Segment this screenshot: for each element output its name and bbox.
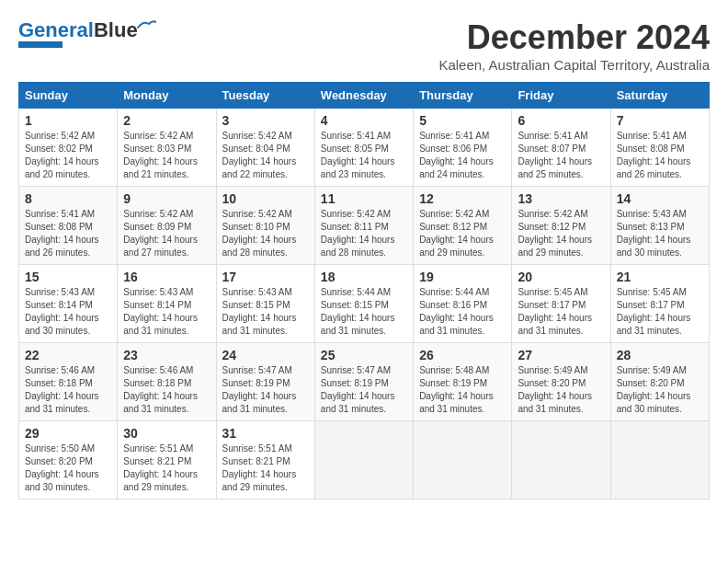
empty-cell — [414, 421, 512, 500]
week-row-2: 8 Sunrise: 5:41 AM Sunset: 8:08 PM Dayli… — [19, 187, 710, 265]
day-cell-30: 30 Sunrise: 5:51 AM Sunset: 8:21 PM Dayl… — [118, 421, 216, 500]
day-number: 31 — [222, 426, 309, 441]
day-number: 4 — [321, 113, 407, 128]
day-cell-26: 26 Sunrise: 5:48 AM Sunset: 8:19 PM Dayl… — [414, 343, 512, 421]
day-info: Sunrise: 5:48 AM Sunset: 8:19 PM Dayligh… — [419, 364, 506, 416]
day-number: 8 — [25, 191, 111, 206]
day-cell-1: 1 Sunrise: 5:42 AM Sunset: 8:02 PM Dayli… — [19, 109, 118, 187]
day-cell-12: 12 Sunrise: 5:42 AM Sunset: 8:12 PM Dayl… — [414, 187, 512, 265]
logo-bird-icon — [136, 18, 156, 37]
header-saturday: Saturday — [610, 83, 709, 109]
day-number: 5 — [419, 113, 506, 128]
day-cell-20: 20 Sunrise: 5:45 AM Sunset: 8:17 PM Dayl… — [512, 265, 610, 343]
day-cell-3: 3 Sunrise: 5:42 AM Sunset: 8:04 PM Dayli… — [216, 109, 314, 187]
day-info: Sunrise: 5:44 AM Sunset: 8:15 PM Dayligh… — [321, 286, 407, 338]
day-cell-22: 22 Sunrise: 5:46 AM Sunset: 8:18 PM Dayl… — [19, 343, 118, 421]
day-cell-15: 15 Sunrise: 5:43 AM Sunset: 8:14 PM Dayl… — [19, 265, 118, 343]
day-number: 12 — [419, 191, 506, 206]
header-sunday: Sunday — [19, 83, 118, 109]
day-info: Sunrise: 5:44 AM Sunset: 8:16 PM Dayligh… — [419, 286, 506, 338]
day-cell-19: 19 Sunrise: 5:44 AM Sunset: 8:16 PM Dayl… — [414, 265, 512, 343]
day-info: Sunrise: 5:42 AM Sunset: 8:03 PM Dayligh… — [123, 130, 210, 181]
day-info: Sunrise: 5:51 AM Sunset: 8:21 PM Dayligh… — [222, 442, 309, 494]
day-number: 25 — [321, 348, 407, 362]
day-info: Sunrise: 5:47 AM Sunset: 8:19 PM Dayligh… — [321, 364, 407, 416]
logo-blue-text: Blue — [94, 18, 138, 41]
day-cell-29: 29 Sunrise: 5:50 AM Sunset: 8:20 PM Dayl… — [19, 421, 118, 500]
day-cell-17: 17 Sunrise: 5:43 AM Sunset: 8:15 PM Dayl… — [216, 265, 314, 343]
day-number: 2 — [123, 113, 210, 128]
day-cell-23: 23 Sunrise: 5:46 AM Sunset: 8:18 PM Dayl… — [118, 343, 216, 421]
day-info: Sunrise: 5:42 AM Sunset: 8:12 PM Dayligh… — [518, 208, 604, 259]
day-cell-31: 31 Sunrise: 5:51 AM Sunset: 8:21 PM Dayl… — [216, 421, 314, 500]
day-info: Sunrise: 5:47 AM Sunset: 8:19 PM Dayligh… — [222, 364, 309, 416]
day-info: Sunrise: 5:46 AM Sunset: 8:18 PM Dayligh… — [123, 364, 210, 416]
day-cell-28: 28 Sunrise: 5:49 AM Sunset: 8:20 PM Dayl… — [610, 343, 709, 421]
day-info: Sunrise: 5:41 AM Sunset: 8:06 PM Dayligh… — [419, 130, 506, 181]
day-cell-11: 11 Sunrise: 5:42 AM Sunset: 8:11 PM Dayl… — [314, 187, 413, 265]
day-info: Sunrise: 5:41 AM Sunset: 8:05 PM Dayligh… — [321, 130, 407, 181]
day-cell-14: 14 Sunrise: 5:43 AM Sunset: 8:13 PM Dayl… — [610, 187, 709, 265]
day-info: Sunrise: 5:49 AM Sunset: 8:20 PM Dayligh… — [518, 364, 604, 416]
day-info: Sunrise: 5:42 AM Sunset: 8:04 PM Dayligh… — [222, 130, 309, 181]
day-number: 6 — [518, 113, 604, 128]
day-number: 16 — [123, 270, 210, 284]
day-number: 17 — [222, 270, 309, 284]
header-row: SundayMondayTuesdayWednesdayThursdayFrid… — [19, 83, 710, 109]
day-number: 7 — [617, 113, 703, 128]
empty-cell — [610, 421, 709, 500]
day-number: 20 — [518, 270, 604, 284]
week-row-5: 29 Sunrise: 5:50 AM Sunset: 8:20 PM Dayl… — [19, 421, 710, 500]
day-info: Sunrise: 5:50 AM Sunset: 8:20 PM Dayligh… — [25, 442, 111, 494]
day-cell-5: 5 Sunrise: 5:41 AM Sunset: 8:06 PM Dayli… — [414, 109, 512, 187]
header-friday: Friday — [512, 83, 610, 109]
day-info: Sunrise: 5:43 AM Sunset: 8:14 PM Dayligh… — [123, 286, 210, 338]
day-cell-10: 10 Sunrise: 5:42 AM Sunset: 8:10 PM Dayl… — [216, 187, 314, 265]
day-cell-7: 7 Sunrise: 5:41 AM Sunset: 8:08 PM Dayli… — [610, 109, 709, 187]
logo-bar — [18, 41, 63, 48]
day-number: 21 — [617, 270, 703, 284]
day-info: Sunrise: 5:42 AM Sunset: 8:02 PM Dayligh… — [25, 130, 111, 181]
day-cell-6: 6 Sunrise: 5:41 AM Sunset: 8:07 PM Dayli… — [512, 109, 610, 187]
day-cell-27: 27 Sunrise: 5:49 AM Sunset: 8:20 PM Dayl… — [512, 343, 610, 421]
day-number: 29 — [25, 426, 111, 441]
day-cell-8: 8 Sunrise: 5:41 AM Sunset: 8:08 PM Dayli… — [19, 187, 118, 265]
day-info: Sunrise: 5:45 AM Sunset: 8:17 PM Dayligh… — [518, 286, 604, 338]
day-cell-16: 16 Sunrise: 5:43 AM Sunset: 8:14 PM Dayl… — [118, 265, 216, 343]
day-number: 27 — [518, 348, 604, 362]
day-number: 9 — [123, 191, 210, 206]
day-cell-24: 24 Sunrise: 5:47 AM Sunset: 8:19 PM Dayl… — [216, 343, 314, 421]
day-info: Sunrise: 5:43 AM Sunset: 8:14 PM Dayligh… — [25, 286, 111, 338]
day-info: Sunrise: 5:41 AM Sunset: 8:07 PM Dayligh… — [518, 130, 604, 181]
day-info: Sunrise: 5:49 AM Sunset: 8:20 PM Dayligh… — [617, 364, 703, 416]
header-thursday: Thursday — [414, 83, 512, 109]
title-area: December 2024 Kaleen, Australian Capital… — [438, 18, 710, 73]
day-cell-13: 13 Sunrise: 5:42 AM Sunset: 8:12 PM Dayl… — [512, 187, 610, 265]
day-number: 18 — [321, 270, 407, 284]
location-title: Kaleen, Australian Capital Territory, Au… — [438, 57, 710, 73]
calendar-table: SundayMondayTuesdayWednesdayThursdayFrid… — [18, 82, 710, 500]
day-info: Sunrise: 5:43 AM Sunset: 8:15 PM Dayligh… — [222, 286, 309, 338]
day-info: Sunrise: 5:42 AM Sunset: 8:12 PM Dayligh… — [419, 208, 506, 259]
day-number: 24 — [222, 348, 309, 362]
day-info: Sunrise: 5:45 AM Sunset: 8:17 PM Dayligh… — [617, 286, 703, 338]
empty-cell — [512, 421, 610, 500]
day-info: Sunrise: 5:42 AM Sunset: 8:10 PM Dayligh… — [222, 208, 309, 259]
day-number: 26 — [419, 348, 506, 362]
month-title: December 2024 — [438, 18, 710, 57]
day-info: Sunrise: 5:51 AM Sunset: 8:21 PM Dayligh… — [123, 442, 210, 494]
day-number: 30 — [123, 426, 210, 441]
day-info: Sunrise: 5:42 AM Sunset: 8:09 PM Dayligh… — [123, 208, 210, 259]
day-number: 28 — [617, 348, 703, 362]
header-wednesday: Wednesday — [314, 83, 413, 109]
day-number: 14 — [617, 191, 703, 206]
day-number: 3 — [222, 113, 309, 128]
week-row-3: 15 Sunrise: 5:43 AM Sunset: 8:14 PM Dayl… — [19, 265, 710, 343]
empty-cell — [314, 421, 413, 500]
day-cell-2: 2 Sunrise: 5:42 AM Sunset: 8:03 PM Dayli… — [118, 109, 216, 187]
day-info: Sunrise: 5:42 AM Sunset: 8:11 PM Dayligh… — [321, 208, 407, 259]
logo-text: GeneralBlue — [18, 20, 138, 40]
logo: GeneralBlue — [18, 18, 156, 48]
day-info: Sunrise: 5:41 AM Sunset: 8:08 PM Dayligh… — [617, 130, 703, 181]
day-number: 10 — [222, 191, 309, 206]
